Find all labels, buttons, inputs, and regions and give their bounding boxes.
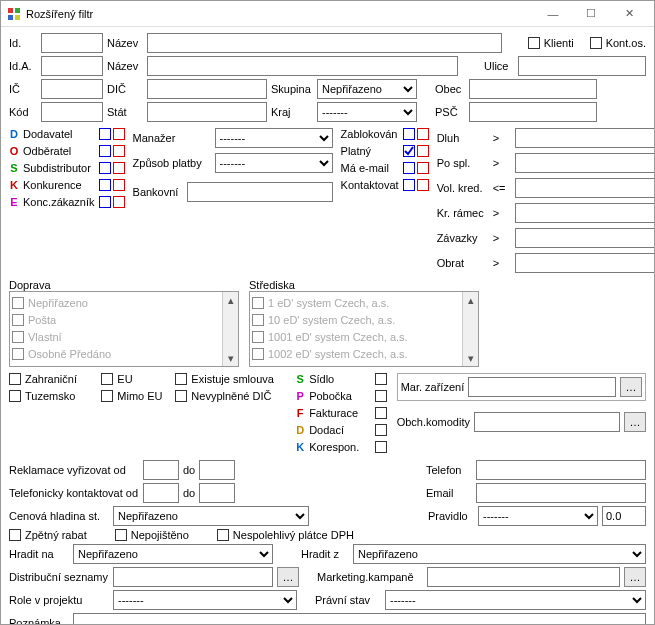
stat-input[interactable] [147, 102, 267, 122]
pravni-select[interactable]: ------- [385, 590, 646, 610]
obrat-input[interactable] [515, 253, 654, 273]
zavazky-input[interactable] [515, 228, 654, 248]
marzarizeni-input[interactable] [468, 377, 616, 397]
marzarizeni-browse[interactable]: … [620, 377, 642, 397]
krramec-input[interactable] [515, 203, 654, 223]
nepoj-check[interactable] [115, 529, 127, 541]
platny-check[interactable] [403, 145, 429, 157]
zahranicni-check[interactable] [9, 373, 21, 385]
korespon-check[interactable] [375, 441, 387, 453]
marketing-input[interactable] [427, 567, 620, 587]
volkred-input[interactable] [515, 178, 654, 198]
dodavatel-check[interactable] [99, 128, 125, 140]
ida-input[interactable] [41, 56, 103, 76]
id-label: Id. [9, 37, 37, 49]
nespol-check[interactable] [217, 529, 229, 541]
email-input[interactable] [476, 483, 646, 503]
zavazky-label: Závazky [437, 232, 489, 244]
dic-input[interactable] [147, 79, 267, 99]
pobocka-check[interactable] [375, 390, 387, 402]
list-item: 1 eD' system Czech, a.s. [268, 297, 389, 309]
svg-rect-0 [8, 8, 13, 13]
hraditna-select[interactable]: Nepřiřazeno [73, 544, 273, 564]
mimoeu-check[interactable] [101, 390, 113, 402]
fakturace-check[interactable] [375, 407, 387, 419]
maximize-button[interactable]: ☐ [572, 2, 610, 26]
zpetny-check[interactable] [9, 529, 21, 541]
tuzemsko-check[interactable] [9, 390, 21, 402]
app-icon [7, 7, 21, 21]
korespon-label: Korespon. [309, 441, 370, 453]
strediska-label: Střediska [249, 279, 295, 291]
maemail-check[interactable] [403, 162, 429, 174]
bankovni-input[interactable] [187, 182, 333, 202]
telkon-od[interactable] [143, 483, 179, 503]
kontos-label: Kont.os. [606, 37, 646, 49]
window-buttons: — ☐ ✕ [534, 2, 648, 26]
konkurence-check[interactable] [99, 179, 125, 191]
marzarizeni-label: Mar. zařízení [401, 381, 465, 393]
telkon-do[interactable] [199, 483, 235, 503]
pravidlo-select[interactable]: ------- [478, 506, 598, 526]
scrollbar[interactable]: ▴▾ [462, 292, 478, 366]
eu-check[interactable] [101, 373, 113, 385]
sidlo-check[interactable] [375, 373, 387, 385]
minimize-button[interactable]: — [534, 2, 572, 26]
mimoeu-label: Mimo EU [117, 390, 162, 402]
dluh-label: Dluh [437, 132, 489, 144]
nevypl-check[interactable] [175, 390, 187, 402]
scrollbar[interactable]: ▴▾ [222, 292, 238, 366]
komodity-input[interactable] [474, 412, 620, 432]
kraj-select[interactable]: ------- [317, 102, 417, 122]
reklamace-do[interactable] [199, 460, 235, 480]
reklamace-label: Reklamace vyřizovat od [9, 464, 139, 476]
strediska-list[interactable]: 1 eD' system Czech, a.s. 10 eD' system C… [249, 291, 479, 367]
nazev-input[interactable] [147, 33, 502, 53]
pravidlo-num[interactable] [602, 506, 646, 526]
distrib-browse[interactable]: … [277, 567, 299, 587]
pravidlo-label: Pravidlo [428, 510, 474, 522]
close-button[interactable]: ✕ [610, 2, 648, 26]
telkon-label: Telefonicky kontaktovat od [9, 487, 139, 499]
poznamka-input[interactable] [73, 613, 646, 624]
zablokovan-check[interactable] [403, 128, 429, 140]
id-input[interactable] [41, 33, 103, 53]
nazev2-input[interactable] [147, 56, 458, 76]
role-select[interactable]: ------- [113, 590, 297, 610]
konczakaznik-check[interactable] [99, 196, 125, 208]
lte1: <= [493, 182, 511, 194]
psc-input[interactable] [469, 102, 597, 122]
dodaci-label: Dodací [309, 424, 370, 436]
email-label: Email [426, 487, 472, 499]
hraditz-select[interactable]: Nepřiřazeno [353, 544, 646, 564]
content: Id. Název Klienti Kont.os. Id.A. Název U… [1, 27, 654, 624]
odberatel-check[interactable] [99, 145, 125, 157]
kontaktovat-check[interactable] [403, 179, 429, 191]
zablokovan-label: Zablokován [341, 128, 399, 140]
list-item: 10 eD' system Czech, a.s. [268, 314, 395, 326]
kontos-checkbox[interactable] [590, 37, 602, 49]
dluh-input[interactable] [515, 128, 654, 148]
pospl-input[interactable] [515, 153, 654, 173]
status-col: Zablokován Platný Má e-mail Kontaktovat [341, 128, 429, 194]
cenova-select[interactable]: Nepřiřazeno [113, 506, 309, 526]
distrib-input[interactable] [113, 567, 273, 587]
manazer-select[interactable]: ------- [215, 128, 333, 148]
klienti-checkbox[interactable] [528, 37, 540, 49]
komodity-browse[interactable]: … [624, 412, 646, 432]
doprava-list[interactable]: Nepřiřazeno Pošta Vlastní Osobně Předáno… [9, 291, 239, 367]
zpusob-select[interactable]: ------- [215, 153, 333, 173]
skupina-select[interactable]: Nepřiřazeno [317, 79, 417, 99]
obec-input[interactable] [469, 79, 597, 99]
marketing-browse[interactable]: … [624, 567, 646, 587]
ulice-input[interactable] [518, 56, 646, 76]
dodaci-check[interactable] [375, 424, 387, 436]
amounts-col: Dluh> Po spl.> Vol. kred.<= Kr. rámec> Z… [437, 128, 654, 276]
ic-input[interactable] [41, 79, 103, 99]
kod-input[interactable] [41, 102, 103, 122]
existuje-check[interactable] [175, 373, 187, 385]
telefon-input[interactable] [476, 460, 646, 480]
reklamace-od[interactable] [143, 460, 179, 480]
konkurence-label: Konkurence [23, 179, 95, 191]
subdistributor-check[interactable] [99, 162, 125, 174]
